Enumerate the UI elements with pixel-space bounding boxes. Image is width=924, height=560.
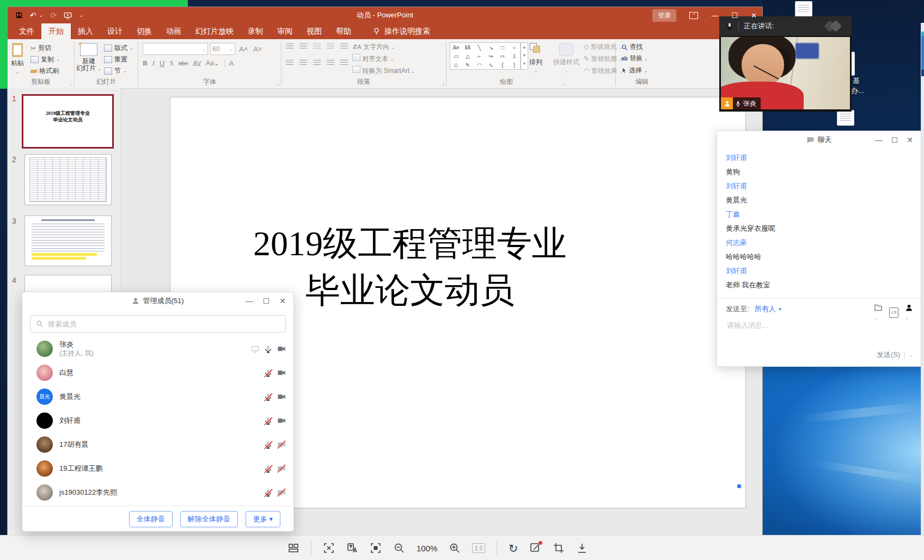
camera-muted-icon[interactable]: [277, 488, 286, 497]
section-button[interactable]: 节⌄: [104, 65, 133, 77]
tab-slideshow[interactable]: 幻灯片放映: [188, 23, 241, 39]
tab-view[interactable]: 视图: [299, 23, 329, 39]
arrange-button[interactable]: 排列⌄: [529, 39, 542, 73]
layout-icon[interactable]: [287, 542, 299, 554]
member-row[interactable]: 张炎 (主持人, 我): [30, 337, 286, 361]
members-maximize-button[interactable]: ☐: [263, 297, 270, 305]
cut-button[interactable]: ✂剪切: [30, 42, 60, 54]
replace-button[interactable]: ab 替换 ⌄: [621, 53, 648, 65]
camera-icon[interactable]: [277, 344, 286, 353]
text-direction-button[interactable]: ⇵A 文字方向 ⌄: [352, 41, 415, 53]
shapes-gallery-scroll[interactable]: ▲▼▾: [521, 42, 528, 70]
shadow-icon[interactable]: S: [169, 59, 173, 67]
customize-qat-icon[interactable]: ⌄: [79, 13, 83, 18]
font-dialog-launcher-icon[interactable]: ⌟: [277, 81, 279, 86]
find-button[interactable]: 查找: [621, 41, 648, 53]
member-row[interactable]: 晨光 黄晨光: [30, 385, 286, 409]
chat-input[interactable]: [726, 321, 908, 330]
drawing-dialog-launcher-icon[interactable]: ⌟: [563, 81, 565, 86]
member-row[interactable]: 17胡有晨: [30, 433, 286, 457]
download-icon[interactable]: [576, 542, 588, 554]
underline-icon[interactable]: U: [160, 59, 164, 67]
reset-button[interactable]: 重置: [104, 54, 133, 65]
shapes-gallery[interactable]: A≡‖A╲↘□○ ▭△⌐↪⇨⇩ ◇✎◠∿{}: [450, 42, 521, 70]
mic-muted-icon[interactable]: [264, 441, 272, 449]
zoom-in-icon[interactable]: [449, 542, 461, 554]
justify-icon[interactable]: [327, 60, 334, 66]
bullets-icon[interactable]: [286, 44, 293, 50]
start-slideshow-icon[interactable]: [64, 11, 72, 20]
tab-design[interactable]: 设计: [100, 23, 130, 39]
strikethrough-icon[interactable]: abc: [179, 60, 188, 66]
mic-muted-icon[interactable]: [264, 489, 272, 497]
copy-button[interactable]: 复制⌄: [30, 54, 60, 65]
mic-icon[interactable]: [264, 345, 272, 353]
annotate-icon[interactable]: [529, 542, 541, 554]
desktop-document-icon[interactable]: [795, 1, 812, 17]
fit-screen-icon[interactable]: [370, 542, 382, 554]
desktop-document-icon[interactable]: [837, 110, 854, 126]
font-size-combobox[interactable]: 60⌄: [210, 43, 235, 55]
paragraph-dialog-launcher-icon[interactable]: ⌟: [442, 81, 444, 86]
member-row[interactable]: 白慧: [30, 361, 286, 385]
chat-close-button[interactable]: ✕: [907, 136, 913, 144]
smartart-button[interactable]: 转换为 SmartArt ⌄: [352, 65, 415, 77]
font-color-icon[interactable]: A: [224, 59, 234, 67]
member-row[interactable]: 刘轩甫: [30, 409, 286, 433]
increase-indent-icon[interactable]: [327, 44, 334, 50]
align-center-icon[interactable]: [299, 60, 307, 66]
send-to-selector[interactable]: 所有人▼: [755, 304, 782, 314]
camera-muted-icon[interactable]: [277, 464, 286, 473]
tell-me-search[interactable]: 操作说明搜索: [372, 23, 430, 39]
more-button[interactable]: 更多 ▾: [246, 511, 280, 527]
bold-icon[interactable]: B: [143, 59, 148, 67]
chat-maximize-button[interactable]: ☐: [891, 136, 898, 144]
announcement-icon[interactable]: 公告: [889, 307, 898, 318]
undo-icon[interactable]: ↶: [30, 11, 36, 19]
member-filter-icon[interactable]: ⌄: [905, 304, 913, 322]
format-painter-button[interactable]: 格式刷: [30, 65, 60, 77]
slide-thumbnail-2[interactable]: [25, 154, 112, 205]
font-name-combobox[interactable]: ⌄: [143, 43, 208, 55]
decrease-font-icon[interactable]: A˅: [252, 45, 264, 53]
desktop-icon-label[interactable]: 办...: [851, 86, 864, 96]
tab-review[interactable]: 审阅: [270, 23, 299, 39]
send-button[interactable]: 发送(S): [877, 350, 900, 360]
clipboard-dialog-launcher-icon[interactable]: ⌟: [70, 81, 72, 86]
numbering-icon[interactable]: [299, 44, 307, 50]
slide-thumbnail-3[interactable]: [25, 216, 112, 266]
camera-muted-icon[interactable]: [277, 440, 286, 449]
new-slide-button[interactable]: ✳ 新建幻灯片 ⌄: [76, 39, 102, 72]
mute-all-button[interactable]: 全体静音: [129, 511, 173, 527]
crop-icon[interactable]: [553, 542, 565, 554]
login-button[interactable]: 登录: [652, 9, 676, 22]
slide-thumbnail-1[interactable]: 2019级工程管理专业毕业论文动员: [22, 94, 114, 149]
undo-dropdown-icon[interactable]: ⌄: [39, 13, 44, 18]
send-options-icon[interactable]: ⌄: [909, 353, 913, 358]
redo-icon[interactable]: ⟳: [50, 11, 57, 19]
italic-icon[interactable]: I: [152, 59, 155, 67]
tab-transitions[interactable]: 切换: [130, 23, 159, 39]
layout-button[interactable]: 版式⌄: [104, 42, 133, 54]
translate-icon[interactable]: [346, 542, 358, 554]
member-row[interactable]: 19工程谭王鹏: [30, 457, 286, 481]
chat-message-list[interactable]: 刘轩甫 黄狗 刘轩甫 黄晨光 丁鑫 黄承光穿衣服呢 何志豪 哈哈哈哈哈 刘轩甫 …: [726, 151, 911, 292]
tab-help[interactable]: 帮助: [329, 23, 358, 39]
members-close-button[interactable]: ✕: [279, 297, 286, 305]
change-case-icon[interactable]: Aa⌄: [206, 59, 219, 67]
rotate-icon[interactable]: ↻: [509, 543, 518, 554]
paste-button[interactable]: 粘贴⌄: [11, 39, 24, 75]
camera-icon[interactable]: [277, 368, 286, 377]
ocr-capture-icon[interactable]: [323, 542, 335, 554]
tab-insert[interactable]: 插入: [71, 23, 100, 39]
zoom-out-icon[interactable]: [393, 542, 405, 554]
mic-muted-icon[interactable]: [264, 465, 272, 473]
align-left-icon[interactable]: [286, 60, 293, 66]
close-button[interactable]: ✕: [751, 12, 757, 19]
chat-minimize-button[interactable]: —: [875, 136, 883, 144]
maximize-button[interactable]: ☐: [731, 12, 738, 19]
member-search-box[interactable]: [30, 315, 286, 333]
save-icon[interactable]: [15, 11, 23, 19]
ribbon-display-options-icon[interactable]: ⌃: [689, 12, 698, 19]
align-right-icon[interactable]: [313, 60, 321, 66]
